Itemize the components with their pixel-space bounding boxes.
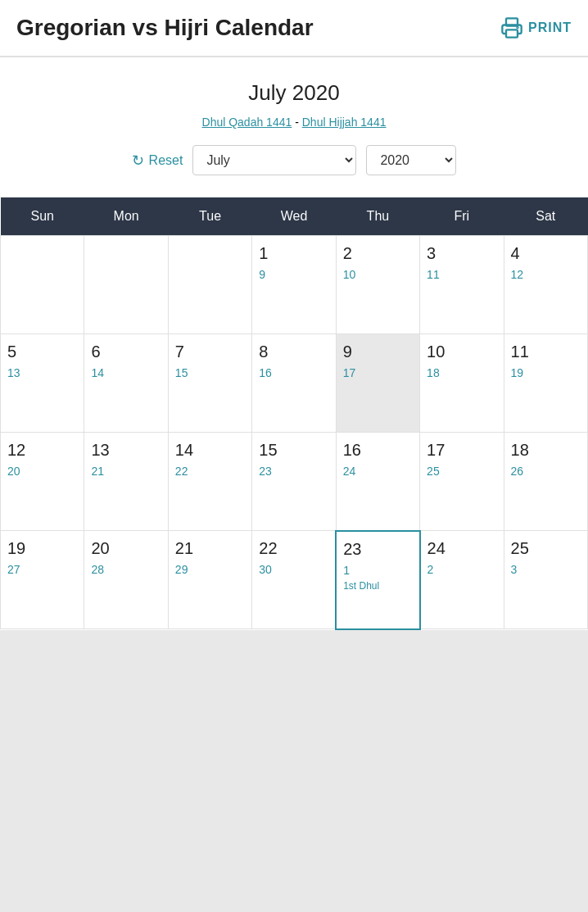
print-label: PRINT [528, 20, 572, 35]
gregorian-day: 8 [259, 343, 328, 361]
hijri-separator: - [295, 116, 302, 129]
app-container: Gregorian vs Hijri Calendar PRINT July 2… [0, 0, 588, 630]
table-row[interactable]: 253 [504, 531, 587, 629]
table-row[interactable] [1, 236, 84, 334]
calendar-header: July 2020 Dhul Qadah 1441 - Dhul Hijjah … [0, 57, 588, 197]
gregorian-day: 4 [511, 244, 581, 263]
header-mon: Mon [84, 197, 168, 236]
calendar-week-row: 19210311412 [1, 236, 588, 334]
table-row[interactable]: 513 [1, 334, 84, 433]
gregorian-day: 5 [7, 343, 77, 361]
gregorian-day: 11 [511, 343, 581, 361]
table-row[interactable]: 19 [252, 236, 336, 334]
header-fri: Fri [420, 197, 504, 236]
table-row[interactable] [84, 236, 168, 334]
hijri-day: 14 [91, 366, 161, 379]
table-row[interactable]: 1624 [336, 433, 419, 531]
reset-icon: ↻ [132, 152, 144, 170]
gregorian-day: 10 [427, 343, 496, 361]
gregorian-day: 7 [175, 343, 245, 361]
table-row[interactable]: 311 [420, 236, 504, 334]
table-row[interactable]: 917 [336, 334, 419, 433]
gregorian-day: 19 [7, 539, 77, 558]
hijri-day: 22 [175, 465, 245, 478]
table-row[interactable]: 1422 [168, 433, 251, 531]
gregorian-day: 18 [511, 441, 581, 460]
gregorian-day: 17 [427, 441, 496, 460]
table-row[interactable]: 412 [504, 236, 587, 334]
print-button[interactable]: PRINT [500, 16, 572, 39]
table-row[interactable]: 1119 [504, 334, 587, 433]
year-select[interactable]: 2018 2019 2020 2021 2022 [366, 145, 456, 175]
gregorian-day: 21 [175, 539, 245, 558]
gregorian-day: 15 [259, 441, 328, 460]
table-row[interactable]: 2129 [168, 531, 251, 629]
hijri-day: 13 [7, 366, 77, 379]
gregorian-day: 16 [343, 441, 413, 460]
gregorian-day: 12 [7, 441, 77, 460]
page-title: Gregorian vs Hijri Calendar [16, 15, 314, 41]
gregorian-day: 13 [91, 441, 161, 460]
table-row[interactable]: 2230 [252, 531, 336, 629]
table-row[interactable]: 1220 [1, 433, 84, 531]
header-wed: Wed [252, 197, 336, 236]
hijri-day: 23 [259, 465, 328, 478]
table-row[interactable]: 614 [84, 334, 168, 433]
hijri-day: 9 [259, 268, 328, 281]
table-row[interactable]: 715 [168, 334, 251, 433]
table-row[interactable]: 1321 [84, 433, 168, 531]
header-sun: Sun [1, 197, 84, 236]
hijri-start-link[interactable]: Dhul Qadah 1441 [202, 116, 292, 129]
hijri-day: 27 [7, 563, 77, 576]
hijri-day: 3 [511, 563, 581, 576]
hijri-day: 24 [343, 465, 413, 478]
print-icon [500, 16, 523, 39]
hijri-end-link[interactable]: Dhul Hijjah 1441 [302, 116, 387, 129]
hijri-day: 12 [511, 268, 581, 281]
reset-label: Reset [149, 153, 183, 168]
gregorian-day: 14 [175, 441, 245, 460]
header-thu: Thu [336, 197, 419, 236]
gregorian-day: 24 [427, 539, 497, 558]
gregorian-day: 20 [91, 539, 161, 558]
month-select[interactable]: January February March April May June Ju… [192, 145, 356, 175]
gregorian-day: 25 [511, 539, 581, 558]
table-row[interactable]: 2028 [84, 531, 168, 629]
reset-button[interactable]: ↻ Reset [132, 152, 183, 170]
table-row[interactable]: 210 [336, 236, 419, 334]
hijri-day: 1 [343, 564, 412, 577]
header: Gregorian vs Hijri Calendar PRINT [0, 0, 588, 57]
svg-point-2 [517, 27, 518, 28]
hijri-day: 11 [427, 268, 496, 281]
hijri-day: 19 [511, 366, 581, 379]
hijri-day: 20 [7, 465, 77, 478]
hijri-day: 18 [427, 366, 496, 379]
table-row[interactable]: 1018 [420, 334, 504, 433]
hijri-day: 21 [91, 465, 161, 478]
hijri-day: 30 [259, 563, 328, 576]
hijri-day: 26 [511, 465, 581, 478]
gregorian-day: 1 [259, 244, 328, 263]
hijri-day: 2 [427, 563, 497, 576]
calendar-week-row: 19272028212922302311st Dhul242253 [1, 531, 588, 629]
controls: ↻ Reset January February March April May… [16, 145, 572, 175]
table-row[interactable]: 1927 [1, 531, 84, 629]
hijri-day: 16 [259, 366, 328, 379]
hijri-links: Dhul Qadah 1441 - Dhul Hijjah 1441 [16, 116, 572, 129]
gregorian-day: 3 [427, 244, 496, 263]
calendar-week-row: 1220132114221523162417251826 [1, 433, 588, 531]
table-row[interactable]: 816 [252, 334, 336, 433]
svg-rect-1 [506, 29, 518, 37]
table-row[interactable]: 242 [420, 531, 504, 629]
table-row[interactable] [168, 236, 251, 334]
month-year-title: July 2020 [16, 80, 572, 106]
hijri-day: 29 [175, 563, 245, 576]
gregorian-day: 22 [259, 539, 328, 558]
hijri-day: 28 [91, 563, 161, 576]
table-row[interactable]: 1523 [252, 433, 336, 531]
gregorian-day: 2 [343, 244, 413, 263]
table-row[interactable]: 1826 [504, 433, 587, 531]
table-row[interactable]: 1725 [420, 433, 504, 531]
table-row[interactable]: 2311st Dhul [336, 531, 419, 629]
hijri-day: 10 [343, 268, 413, 281]
